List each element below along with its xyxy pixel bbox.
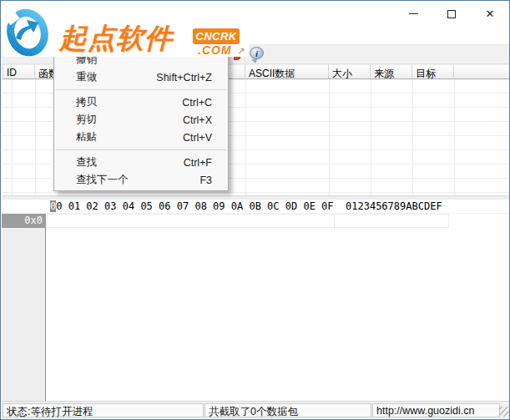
status-url-panel[interactable]: http://www.guozidi.cn: [372, 403, 500, 417]
grid-line: [454, 79, 455, 195]
column-header-ascii[interactable]: ASCII数据: [245, 64, 329, 79]
column-header-source[interactable]: 来源: [371, 64, 412, 79]
menu-item-label: 拷贝: [76, 95, 97, 109]
hex-row-bytes[interactable]: [47, 214, 449, 228]
cncrk-swirl-icon: [6, 8, 51, 57]
menu-item-label: 查找下一个: [76, 173, 129, 187]
minimize-icon: [409, 13, 418, 14]
menu-item-find[interactable]: 查找 Ctrl+F: [54, 154, 228, 171]
menu-item-find-next[interactable]: 查找下一个 F3: [54, 171, 228, 189]
menu-item-label: 重做: [76, 70, 97, 84]
status-packets-panel: 共截取了0个数据包: [205, 403, 371, 417]
menu-separator: [55, 89, 227, 90]
column-header-filler: [454, 64, 510, 79]
menu-item-shortcut: Ctrl+V: [183, 132, 212, 144]
menu-item-paste[interactable]: 粘贴 Ctrl+V: [54, 129, 228, 146]
menu-item-label: 粘贴: [76, 130, 97, 144]
maximize-button[interactable]: [432, 2, 471, 26]
close-button[interactable]: ✕: [471, 2, 509, 26]
hex-column-ruler: 00 01 02 03 04 05 06 07 08 09 0A 0B 0C 0…: [50, 200, 442, 212]
hex-editor-pane[interactable]: 00 01 02 03 04 05 06 07 08 09 0A 0B 0C 0…: [2, 200, 510, 402]
about-button[interactable]: i: [250, 47, 265, 61]
hex-ruler-text: 0 01 02 03 04 05 06 07 08 09 0A 0B 0C 0D…: [56, 200, 442, 212]
edit-context-menu: 撤销 重做 Shift+Ctrl+Z 拷贝 Ctrl+C 剪切 Ctrl+X 粘…: [53, 48, 229, 191]
menu-item-label: 查找: [76, 155, 97, 170]
cncrk-watermark: 起点软件 CNCRK .COM ↗: [3, 7, 250, 57]
column-header-id[interactable]: ID: [3, 64, 35, 79]
menu-item-shortcut: Shift+Ctrl+Z: [156, 72, 212, 83]
brand-wordmark: 起点软件: [59, 20, 173, 58]
hex-gutter: [2, 200, 46, 402]
info-balloon-icon: i: [250, 47, 264, 59]
balloon-tail-icon: [251, 59, 257, 63]
grid-line: [371, 79, 371, 195]
window-controls: ✕: [394, 2, 509, 26]
column-header-size[interactable]: 大小: [329, 64, 371, 79]
menu-item-cut[interactable]: 剪切 Ctrl+X: [54, 111, 228, 129]
hex-row-0[interactable]: 0x0: [2, 214, 510, 228]
menu-item-label: 剪切: [76, 113, 97, 127]
resize-grip[interactable]: [499, 407, 509, 417]
grid-line: [245, 79, 246, 195]
menu-item-shortcut: F3: [199, 175, 212, 186]
com-badge: .COM: [198, 43, 232, 57]
menu-separator: [55, 149, 227, 150]
app-window: ✕ i ID 函数 ASCII数据 大小 来源 目标 00 01 0: [0, 0, 510, 420]
maximize-icon: [447, 10, 456, 18]
external-link-icon: ↗: [237, 45, 245, 57]
column-header-target[interactable]: 目标: [412, 64, 454, 79]
grid-line: [35, 79, 36, 195]
cncrk-badge: CNCRK: [193, 28, 240, 44]
hex-header-row: 00 01 02 03 04 05 06 07 08 09 0A 0B 0C 0…: [2, 200, 510, 214]
minimize-button[interactable]: [394, 2, 432, 26]
hex-row-address: 0x0: [2, 214, 46, 228]
statusbar: 状态:等待打开进程 共截取了0个数据包 http://www.guozidi.c…: [2, 401, 510, 418]
menu-item-copy[interactable]: 拷贝 Ctrl+C: [54, 94, 228, 111]
grid-line: [412, 79, 413, 195]
menu-item-redo[interactable]: 重做 Shift+Ctrl+Z: [54, 68, 228, 86]
menu-item-shortcut: Ctrl+F: [184, 157, 212, 169]
menu-item-shortcut: Ctrl+X: [183, 114, 212, 126]
status-state-panel: 状态:等待打开进程: [3, 403, 204, 417]
grid-line: [12, 79, 13, 195]
grid-line: [329, 79, 330, 195]
close-icon: ✕: [486, 8, 495, 19]
hex-ascii-divider: [334, 215, 335, 229]
menu-item-shortcut: Ctrl+C: [182, 97, 212, 109]
